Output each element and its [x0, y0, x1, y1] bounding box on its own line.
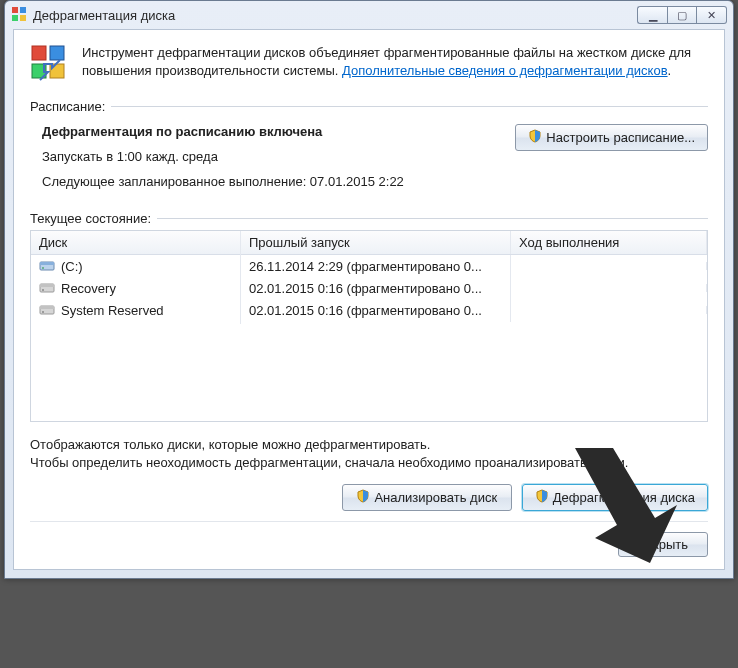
disk-last-run: 02.01.2015 0:16 (фрагментировано 0...	[241, 299, 511, 322]
shield-icon	[356, 489, 370, 506]
drive-icon	[39, 301, 55, 320]
svg-rect-2	[12, 15, 18, 21]
close-button-label: Закрыть	[638, 537, 688, 552]
svg-point-10	[42, 267, 44, 269]
maximize-button[interactable]: ▢	[667, 6, 697, 24]
intro-text: Инструмент дефрагментации дисков объедин…	[82, 44, 708, 79]
shield-icon	[535, 489, 549, 506]
svg-rect-5	[50, 46, 64, 60]
minimize-button[interactable]: ▁	[637, 6, 667, 24]
window-title: Дефрагментация диска	[33, 8, 175, 23]
analyze-disk-button[interactable]: Анализировать диск	[342, 484, 512, 511]
shield-icon	[528, 129, 542, 146]
divider	[157, 218, 708, 219]
action-buttons: Анализировать диск Дефрагментация диска	[30, 480, 708, 521]
configure-schedule-label: Настроить расписание...	[546, 130, 695, 145]
window-controls: ▁ ▢ ✕	[637, 6, 727, 24]
footer-line1: Отображаются только диски, которые можно…	[30, 436, 708, 454]
schedule-next-text: Следующее запланированное выполнение: 07…	[42, 174, 507, 189]
svg-rect-1	[20, 7, 26, 13]
col-progress-header[interactable]: Ход выполнения	[511, 231, 707, 254]
table-header: Диск Прошлый запуск Ход выполнения	[31, 231, 707, 255]
state-label-text: Текущее состояние:	[30, 211, 151, 226]
footer-line2a: Чтобы определить неоходимость дефрагмент…	[30, 455, 475, 470]
analyze-disk-label: Анализировать диск	[374, 490, 497, 505]
table-body: (C:) 26.11.2014 2:29 (фрагментировано 0.…	[31, 255, 707, 321]
svg-rect-12	[40, 284, 54, 287]
schedule-label-text: Расписание:	[30, 99, 105, 114]
schedule-section-label: Расписание:	[30, 99, 708, 114]
svg-rect-4	[32, 46, 46, 60]
disk-last-run: 26.11.2014 2:29 (фрагментировано 0...	[241, 255, 511, 278]
disk-progress	[511, 262, 707, 270]
titlebar[interactable]: Дефрагментация диска ▁ ▢ ✕	[5, 1, 733, 29]
schedule-run-text: Запускать в 1:00 кажд. среда	[42, 149, 507, 164]
col-last-header[interactable]: Прошлый запуск	[241, 231, 511, 254]
intro-section: Инструмент дефрагментации дисков объедин…	[30, 44, 708, 87]
window-close-button[interactable]: ✕	[697, 6, 727, 24]
close-row: Закрыть	[30, 521, 708, 557]
schedule-info: Дефрагментация по расписанию включена За…	[42, 124, 507, 199]
defragment-disk-label: Дефрагментация диска	[553, 490, 695, 505]
intro-text-period: .	[668, 63, 672, 78]
svg-rect-0	[12, 7, 18, 13]
defrag-app-icon	[11, 6, 27, 25]
svg-point-13	[42, 289, 44, 291]
table-row[interactable]: System Reserved 02.01.2015 0:16 (фрагмен…	[31, 299, 707, 321]
svg-point-16	[42, 311, 44, 313]
disk-name: (C:)	[61, 259, 83, 274]
defragment-disk-button[interactable]: Дефрагментация диска	[522, 484, 708, 511]
disk-defrag-window: Дефрагментация диска ▁ ▢ ✕ Инструмент де…	[4, 0, 734, 579]
learn-more-link[interactable]: Дополнительные сведения о дефрагментации…	[342, 63, 667, 78]
disk-last-run: 02.01.2015 0:16 (фрагментировано 0...	[241, 277, 511, 300]
schedule-enabled-text: Дефрагментация по расписанию включена	[42, 124, 507, 139]
divider	[111, 106, 708, 107]
schedule-box: Дефрагментация по расписанию включена За…	[30, 118, 708, 205]
svg-rect-15	[40, 306, 54, 309]
disk-progress	[511, 306, 707, 314]
close-button[interactable]: Закрыть	[618, 532, 708, 557]
drive-icon	[39, 257, 55, 276]
footer-line2b: проанализировать диски.	[475, 455, 629, 470]
disk-table: Диск Прошлый запуск Ход выполнения (C:) …	[30, 230, 708, 422]
svg-rect-3	[20, 15, 26, 21]
configure-schedule-button[interactable]: Настроить расписание...	[515, 124, 708, 151]
defrag-icon	[30, 44, 70, 87]
disk-name: System Reserved	[61, 303, 164, 318]
col-disk-header[interactable]: Диск	[31, 231, 241, 254]
client-area: Инструмент дефрагментации дисков объедин…	[13, 29, 725, 570]
state-section-label: Текущее состояние:	[30, 211, 708, 226]
disk-progress	[511, 284, 707, 292]
svg-rect-9	[40, 262, 54, 265]
disk-name: Recovery	[61, 281, 116, 296]
drive-icon	[39, 279, 55, 298]
footer-note: Отображаются только диски, которые можно…	[30, 436, 708, 472]
